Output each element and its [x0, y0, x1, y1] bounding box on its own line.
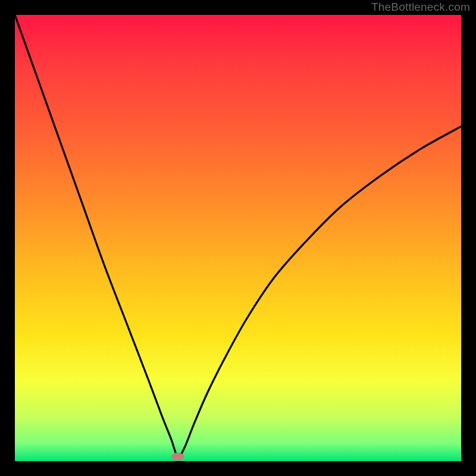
watermark-label: TheBottleneck.com	[371, 1, 470, 14]
chart-frame: TheBottleneck.com	[0, 0, 476, 476]
bottleneck-curve	[15, 15, 461, 457]
chart-svg-overlay	[15, 15, 461, 461]
optimal-point-marker	[171, 453, 184, 461]
chart-plot-area	[15, 15, 461, 461]
